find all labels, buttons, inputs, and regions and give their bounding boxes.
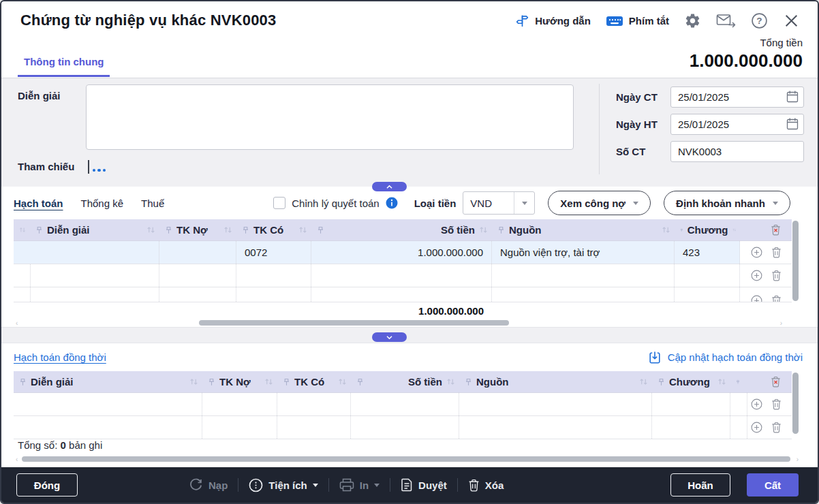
sort-icon (446, 378, 455, 385)
update-simultaneous-button[interactable]: Cập nhật hạch toán đồng thời (648, 351, 803, 364)
voucher-window: Chứng từ nghiệp vụ khác NVK0003 Hướng dẫ… (0, 0, 819, 504)
column-header-source[interactable]: Nguồn (492, 219, 675, 240)
postpone-button[interactable]: Hoãn (670, 473, 730, 497)
description-input[interactable] (86, 84, 574, 150)
print-button[interactable]: In (339, 478, 380, 492)
table-row[interactable] (14, 416, 792, 439)
vertical-scrollbar-thumb[interactable] (792, 373, 799, 434)
send-feedback-button[interactable] (716, 13, 736, 29)
chevron-up-icon (386, 185, 393, 189)
shortcut-label: Phím tắt (629, 15, 669, 27)
help-button[interactable]: ? (751, 12, 768, 29)
doc-date-row: Ngày CT (616, 86, 804, 108)
add-row-button[interactable] (751, 270, 762, 281)
table-row[interactable] (14, 287, 792, 302)
doc-date-input[interactable] (670, 86, 804, 108)
adjustment-checkbox[interactable] (273, 197, 285, 209)
info-icon[interactable] (386, 197, 398, 209)
view-debt-button[interactable]: Xem công nợ (548, 191, 651, 215)
cell-source[interactable]: Nguồn viện trợ, tài trợ (492, 241, 675, 264)
column-header-amount[interactable]: Số tiền (311, 219, 492, 240)
scrollbar-thumb[interactable] (22, 456, 790, 462)
shortcut-button[interactable]: Phím tắt (606, 15, 669, 27)
simultaneous-section-title[interactable]: Hạch toán đồng thời (14, 351, 106, 363)
settings-button[interactable] (684, 12, 701, 29)
save-button[interactable]: Cất (747, 473, 799, 497)
scrollbar-thumb[interactable] (199, 320, 509, 326)
guide-button[interactable]: Hướng dẫn (515, 14, 591, 28)
delete-all-rows-button[interactable] (771, 376, 781, 388)
keyboard-icon (606, 15, 623, 27)
scroll-right-arrow[interactable]: › (797, 456, 799, 463)
currency-select[interactable]: VND (463, 191, 535, 215)
pin-icon (658, 378, 665, 386)
add-row-button[interactable] (751, 295, 762, 302)
cell-chapter[interactable]: 423 (675, 241, 740, 264)
horizontal-scrollbar[interactable]: ‹ › (14, 455, 800, 463)
table-row[interactable] (14, 264, 792, 287)
currency-label: Loại tiền (414, 198, 457, 209)
gear-icon (684, 12, 701, 29)
vertical-scrollbar-thumb[interactable] (792, 221, 799, 301)
column-header-select[interactable] (14, 219, 30, 240)
column-header-description[interactable]: Diễn giải (14, 371, 202, 392)
column-header-chapter[interactable]: Chương (675, 219, 740, 240)
close-voucher-button[interactable]: Đóng (16, 473, 78, 497)
column-header-credit[interactable]: TK Có (236, 219, 311, 240)
column-header-debit[interactable]: TK Nợ (159, 219, 236, 240)
column-header-pin[interactable] (730, 371, 744, 392)
scroll-right-arrow[interactable]: › (780, 319, 782, 327)
tab-accounting[interactable]: Hạch toán (14, 198, 63, 209)
approve-button[interactable]: Duyệt (401, 478, 447, 492)
horizontal-scrollbar[interactable]: ‹ › (14, 319, 792, 327)
calendar-icon[interactable] (786, 90, 799, 106)
column-header-credit[interactable]: TK Có (277, 371, 351, 392)
calendar-icon[interactable] (786, 117, 799, 133)
quick-posting-button[interactable]: Định khoản nhanh (664, 191, 790, 215)
caret-down-icon (374, 484, 380, 487)
cell-debit[interactable] (159, 241, 236, 264)
close-button[interactable] (783, 12, 800, 29)
adjustment-checkbox-group: Chỉnh lý quyết toán (273, 197, 397, 209)
column-header-chapter[interactable]: Chương (652, 371, 730, 392)
collapse-section-button[interactable] (372, 332, 407, 342)
tab-tax[interactable]: Thuế (141, 198, 164, 209)
table-row[interactable] (14, 393, 792, 416)
reference-lookup-button[interactable] (88, 157, 106, 174)
general-info-panel: Diễn giải Tham chiếu Ngày CT Ngày HT Số … (1, 78, 818, 187)
cell-credit[interactable]: 0072 (236, 241, 311, 264)
reference-label: Tham chiếu (18, 161, 74, 172)
tab-statistics[interactable]: Thống kê (81, 198, 124, 209)
doc-date-field (670, 86, 804, 108)
posting-date-input[interactable] (670, 114, 804, 135)
doc-no-input[interactable] (670, 141, 804, 162)
column-header-debit[interactable]: TK Nợ (202, 371, 277, 392)
table-row[interactable]: 0072 1.000.000.000 Nguồn viện trợ, tài t… (14, 241, 792, 264)
collapse-header-button[interactable] (372, 182, 407, 191)
add-row-button[interactable] (751, 398, 762, 410)
column-header-amount[interactable]: Số tiền (351, 371, 459, 392)
guide-label: Hướng dẫn (535, 15, 591, 27)
utilities-button[interactable]: Tiện ích (249, 478, 318, 492)
delete-row-button[interactable] (771, 422, 782, 433)
adjustment-checkbox-label[interactable]: Chỉnh lý quyết toán (292, 198, 379, 209)
column-header-source[interactable]: Nguồn (459, 371, 652, 392)
posting-date-label: Ngày HT (616, 119, 670, 130)
add-row-button[interactable] (751, 422, 762, 433)
cell-amount[interactable]: 1.000.000.000 (311, 241, 492, 264)
delete-row-button[interactable] (771, 295, 782, 302)
tab-general-info[interactable]: Thông tin chung (18, 56, 110, 77)
delete-all-rows-button[interactable] (771, 224, 781, 236)
mail-send-icon (716, 13, 736, 29)
delete-row-button[interactable] (771, 398, 782, 410)
delete-row-button[interactable] (771, 247, 782, 258)
reload-button[interactable]: Nạp (189, 478, 228, 492)
delete-row-button[interactable] (771, 270, 782, 281)
delete-voucher-button[interactable]: Xóa (468, 479, 504, 492)
column-header-description[interactable]: Diễn giải (30, 219, 159, 240)
cell-description[interactable] (30, 241, 159, 264)
text-cursor (88, 160, 89, 174)
scroll-left-arrow[interactable]: ‹ (16, 456, 18, 463)
add-row-button[interactable] (751, 247, 762, 258)
scroll-left-arrow[interactable]: ‹ (16, 319, 18, 327)
